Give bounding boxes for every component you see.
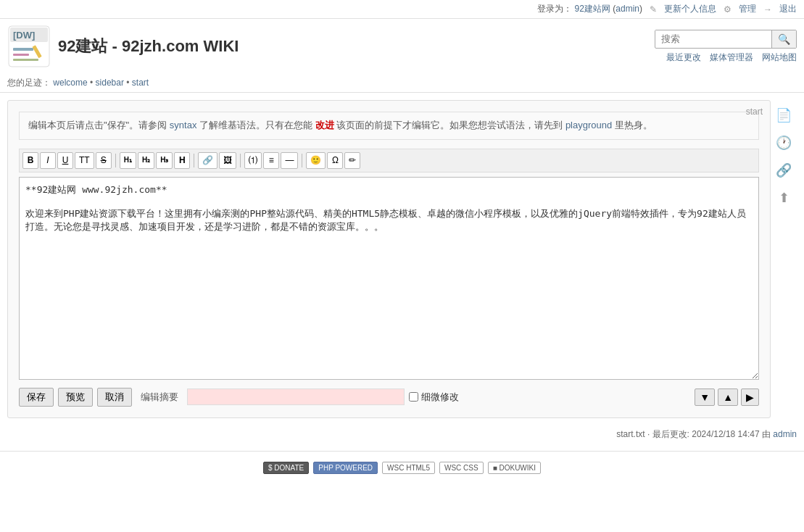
css-badge: WSC CSS — [439, 462, 484, 474]
cancel-button[interactable]: 取消 — [97, 388, 132, 407]
svg-rect-5 — [13, 59, 38, 61]
minor-edit-label: 细微修改 — [421, 391, 459, 404]
toolbar-underline[interactable]: U — [57, 152, 73, 169]
preview-button[interactable]: 预览 — [58, 388, 93, 407]
header-main: [DW] 92建站 - 92jzh.com WIKI 🔍 最近更改 媒体管理器 … — [0, 19, 804, 74]
nav-links: 最近更改 媒体管理器 网站地图 — [666, 51, 797, 64]
logout-link[interactable]: 退出 — [779, 3, 797, 15]
search-box: 🔍 — [655, 30, 797, 49]
media-manager-link[interactable]: 媒体管理器 — [710, 51, 753, 64]
editor-footer-left: 保存 预览 取消 编辑摘要 细微修改 — [19, 388, 459, 407]
toolbar-h[interactable]: H — [174, 152, 190, 169]
arrow-down-button[interactable]: ▼ — [695, 388, 715, 406]
toolbar-sep-2 — [194, 154, 194, 167]
footer-user-link[interactable]: admin — [773, 429, 797, 439]
editor-toolbar: B I U TT S H₁ H₂ H₃ H 🔗 🖼 ⑴ ≡ — 🙂 Ω ✏ — [19, 149, 759, 173]
up-icon[interactable]: ⬆ — [779, 190, 790, 206]
editor-textarea[interactable]: **92建站网 www.92jzh.com** 欢迎来到PHP建站资源下载平台！… — [19, 177, 759, 380]
toolbar-link[interactable]: 🔗 — [198, 152, 217, 169]
content-area: start 编辑本页后请点击"保存"。请参阅 syntax 了解维基语法。只有在… — [7, 100, 771, 418]
update-profile-link[interactable]: 更新个人信息 — [664, 3, 716, 15]
arrow-right-button[interactable]: ▶ — [741, 388, 759, 406]
breadcrumb-welcome[interactable]: welcome — [53, 78, 87, 88]
login-info: 登录为： 92建站网 (admin) — [537, 3, 642, 15]
toolbar-h2[interactable]: H₂ — [138, 152, 154, 169]
toolbar-bullet-list[interactable]: ≡ — [263, 152, 279, 169]
start-label: start — [746, 107, 763, 117]
site-title: 92建站 - 92jzh.com WIKI — [58, 36, 239, 57]
toolbar-sep-1 — [115, 154, 116, 167]
footer-badges: $ DONATE PHP POWERED WSC HTML5 WSC CSS ■… — [6, 462, 798, 474]
toolbar-h3[interactable]: H₃ — [156, 152, 173, 169]
history-icon[interactable]: 🕐 — [776, 135, 792, 151]
toolbar-hrule[interactable]: — — [281, 152, 298, 169]
dokuwiki-badge: ■ DOKUWIKI — [488, 462, 541, 474]
breadcrumb-start[interactable]: start — [132, 78, 149, 88]
admin-link[interactable]: 管理 — [739, 3, 756, 15]
recent-changes-link[interactable]: 最近更改 — [666, 51, 701, 64]
save-button[interactable]: 保存 — [19, 388, 54, 407]
right-sidebar: 📄 🕐 🔗 ⬆ — [771, 100, 797, 418]
improve-text: 改进 — [315, 120, 334, 130]
logo-area: [DW] 92建站 - 92jzh.com WIKI — [7, 25, 239, 68]
toolbar-strikethrough[interactable]: S — [96, 152, 112, 169]
playground-link[interactable]: playground — [565, 120, 612, 130]
toolbar-sep-3 — [240, 154, 241, 167]
link-icon[interactable]: 🔗 — [776, 162, 792, 178]
donate-badge: $ DONATE — [263, 462, 309, 474]
minor-edit-area: 细微修改 — [409, 391, 459, 404]
toolbar-h1[interactable]: H₁ — [120, 152, 136, 169]
update-icon: ✎ — [650, 4, 657, 14]
toolbar-smiley[interactable]: 🙂 — [306, 152, 326, 169]
page-icon[interactable]: 📄 — [776, 107, 792, 123]
html5-badge: WSC HTML5 — [382, 462, 435, 474]
footer-meta: start.txt · 最后更改: 2024/12/18 14:47 由 adm… — [0, 425, 804, 444]
toolbar-italic[interactable]: I — [40, 152, 56, 169]
svg-rect-4 — [13, 54, 29, 56]
svg-text:[DW]: [DW] — [13, 30, 35, 41]
gear-icon: ⚙ — [724, 4, 732, 14]
php-badge: PHP POWERED — [313, 462, 378, 474]
main-wrapper: start 编辑本页后请点击"保存"。请参阅 syntax 了解维基语法。只有在… — [7, 100, 797, 418]
summary-label: 编辑摘要 — [136, 388, 183, 406]
arrow-up-button[interactable]: ▲ — [718, 388, 738, 406]
site-logo: [DW] — [7, 25, 51, 68]
toolbar-signature[interactable]: ✏ — [344, 152, 360, 169]
minor-edit-checkbox[interactable] — [409, 392, 418, 402]
search-area: 🔍 最近更改 媒体管理器 网站地图 — [655, 30, 797, 64]
breadcrumb-sidebar[interactable]: sidebar — [96, 78, 124, 88]
summary-input[interactable] — [187, 388, 405, 405]
editor-footer-right: ▼ ▲ ▶ — [695, 388, 759, 406]
search-button[interactable]: 🔍 — [771, 30, 796, 48]
toolbar-sep-4 — [302, 154, 302, 167]
search-input[interactable] — [655, 30, 771, 47]
toolbar-image[interactable]: 🖼 — [219, 152, 236, 169]
page-footer: $ DONATE PHP POWERED WSC HTML5 WSC CSS ■… — [0, 451, 804, 480]
syntax-link[interactable]: syntax — [170, 120, 197, 130]
header-top-bar: 登录为： 92建站网 (admin) ✎ 更新个人信息 ⚙ 管理 → 退出 — [0, 0, 804, 19]
arrow-icon: → — [763, 4, 772, 14]
header-top-right: 登录为： 92建站网 (admin) ✎ 更新个人信息 ⚙ 管理 → 退出 — [537, 3, 797, 15]
editor-footer: 保存 预览 取消 编辑摘要 细微修改 ▼ ▲ ▶ — [19, 388, 759, 407]
info-box: 编辑本页后请点击"保存"。请参阅 syntax 了解维基语法。只有在您能 改进 … — [19, 112, 759, 140]
site-name-link[interactable]: 92建站网 — [575, 4, 610, 14]
breadcrumb: 您的足迹： welcome • sidebar • start — [0, 74, 804, 93]
user-name-link[interactable]: admin — [616, 4, 639, 14]
toolbar-omega[interactable]: Ω — [327, 152, 343, 169]
sitemap-link[interactable]: 网站地图 — [762, 51, 797, 64]
toolbar-tt[interactable]: TT — [75, 152, 94, 169]
svg-rect-3 — [13, 48, 33, 51]
toolbar-bold[interactable]: B — [22, 152, 38, 169]
toolbar-num-list[interactable]: ⑴ — [244, 152, 262, 169]
